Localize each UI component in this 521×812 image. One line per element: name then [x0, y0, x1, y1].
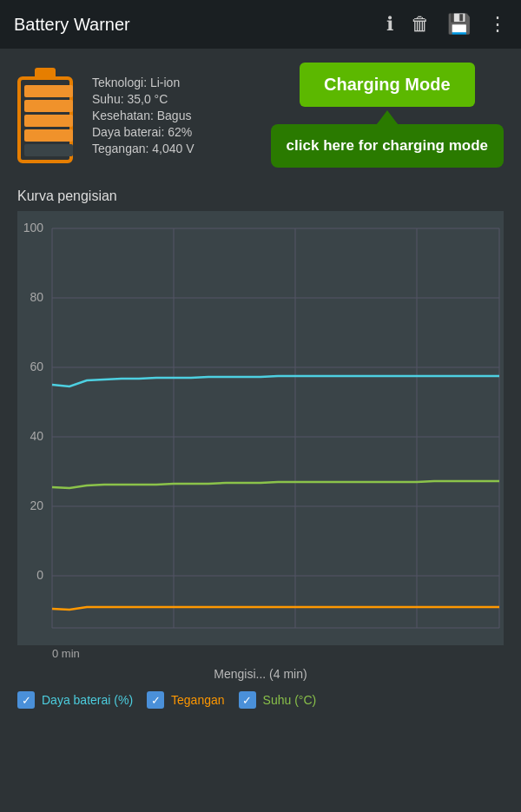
legend-check-temperature[interactable]: ✓: [239, 691, 256, 709]
voltage-value: 4,040 V: [152, 142, 194, 155]
chart-xlabel: 0 min: [17, 647, 504, 660]
legend-label-temperature: Suhu (°C): [263, 693, 317, 707]
voltage-row: Tegangan: 4,040 V: [92, 142, 195, 155]
svg-text:100: 100: [23, 221, 44, 234]
legend: ✓ Daya baterai (%) ✓ Tegangan ✓ Suhu (°C…: [0, 684, 521, 716]
power-value: 62%: [168, 125, 192, 139]
legend-check-voltage[interactable]: ✓: [147, 691, 164, 709]
battery-info: Teknologi: Li-ion Suhu: 35,0 °C Kesehata…: [92, 76, 195, 155]
health-value: Bagus: [157, 109, 192, 122]
battery-section: Teknologi: Li-ion Suhu: 35,0 °C Kesehata…: [0, 49, 521, 182]
health-label: Kesehatan:: [92, 109, 154, 122]
svg-text:60: 60: [30, 360, 43, 373]
temperature-row: Suhu: 35,0 °C: [92, 92, 195, 106]
svg-text:20: 20: [30, 498, 43, 512]
chart-svg: 100 80 60 40 20 0: [17, 211, 504, 645]
legend-label-battery: Daya baterai (%): [42, 693, 133, 707]
battery-bars: [24, 85, 73, 156]
battery-bar-4: [24, 129, 73, 142]
legend-label-voltage: Tegangan: [171, 693, 225, 707]
chart-section: Kurva pengisian 100 80 60 40 20 0: [0, 182, 521, 681]
technology-row: Teknologi: Li-ion: [92, 76, 195, 89]
charging-mode-area: Charging Mode click here for charging mo…: [271, 63, 504, 168]
charging-tooltip[interactable]: click here for charging mode: [271, 124, 504, 168]
app-title: Battery Warner: [14, 15, 386, 35]
battery-bar-5: [24, 144, 73, 156]
battery-tip: [35, 68, 56, 76]
temperature-value: 35,0 °C: [127, 92, 168, 106]
legend-item-voltage: ✓ Tegangan: [147, 691, 225, 709]
temperature-label: Suhu:: [92, 92, 124, 106]
legend-item-temperature: ✓ Suhu (°C): [239, 691, 317, 709]
battery-bar-2: [24, 100, 73, 112]
legend-item-battery: ✓ Daya baterai (%): [17, 691, 133, 709]
info-icon[interactable]: ℹ: [386, 13, 393, 36]
chart-container: 100 80 60 40 20 0: [17, 211, 504, 645]
save-icon[interactable]: 💾: [447, 13, 471, 36]
charging-status: Mengisi... (4 min): [17, 667, 504, 681]
battery-bar-3: [24, 115, 73, 127]
svg-text:80: 80: [30, 290, 43, 304]
battery-icon: [17, 68, 78, 163]
legend-check-battery[interactable]: ✓: [17, 691, 35, 709]
more-icon[interactable]: ⋮: [488, 13, 507, 36]
delete-icon[interactable]: 🗑: [411, 13, 430, 36]
topbar: Battery Warner ℹ 🗑 💾 ⋮: [0, 0, 521, 49]
svg-text:40: 40: [30, 429, 43, 443]
technology-label: Teknologi:: [92, 76, 147, 89]
voltage-label: Tegangan:: [92, 142, 148, 155]
topbar-actions: ℹ 🗑 💾 ⋮: [386, 13, 507, 36]
health-row: Kesehatan: Bagus: [92, 109, 195, 122]
power-row: Daya baterai: 62%: [92, 125, 195, 139]
svg-text:0: 0: [36, 568, 43, 582]
battery-body: [17, 76, 73, 163]
charging-mode-button[interactable]: Charging Mode: [300, 63, 475, 107]
chart-title: Kurva pengisian: [17, 188, 504, 204]
power-label: Daya baterai:: [92, 125, 164, 139]
technology-value: Li-ion: [150, 76, 180, 89]
battery-bar-1: [24, 85, 73, 97]
